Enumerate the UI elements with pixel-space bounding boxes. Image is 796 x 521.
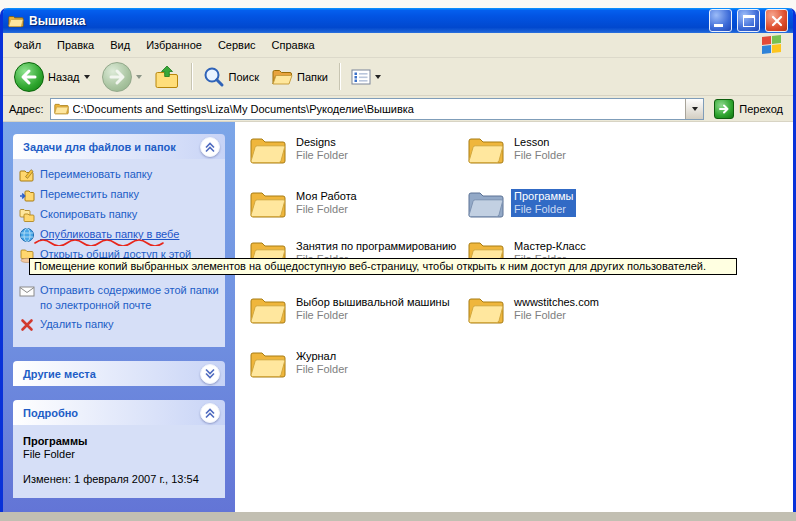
panel-file-folder-tasks: Задачи для файлов и папок Переименовать … <box>13 134 225 347</box>
back-button[interactable]: Назад <box>9 59 95 95</box>
menu-item-view[interactable]: Вид <box>102 36 138 54</box>
task-label: Скопировать папку <box>40 207 137 222</box>
file-name: wwwstitches.com <box>514 296 599 309</box>
task-label: Переместить папку <box>40 187 139 202</box>
file-name: Программы <box>514 190 573 203</box>
views-dropdown-icon <box>375 75 381 79</box>
up-folder-icon <box>154 65 180 89</box>
task-email-folder-contents[interactable]: Отправить содержимое этой папки по элект… <box>19 283 221 313</box>
collapse-chevron-icon[interactable] <box>200 403 220 423</box>
back-label: Назад <box>48 71 80 83</box>
other-places-header[interactable]: Другие места <box>13 361 225 386</box>
file-type: File Folder <box>514 203 573 216</box>
address-dropdown-button[interactable] <box>685 99 703 119</box>
address-path: C:\Documents and Settings\Liza\My Docume… <box>73 103 682 115</box>
task-move-folder[interactable]: Переместить папку <box>19 187 221 203</box>
task-label: Опубликовать папку в вебе <box>40 227 179 242</box>
file-item-wwwstitches[interactable]: wwwstitches.comFile Folder <box>467 294 681 325</box>
file-item-lesson[interactable]: LessonFile Folder <box>467 134 681 165</box>
window-title: Вышивка <box>29 14 704 28</box>
file-type: File Folder <box>296 363 348 376</box>
task-rename-folder[interactable]: Переименовать папку <box>19 167 221 183</box>
folder-icon <box>467 134 505 165</box>
folders-icon <box>271 68 293 86</box>
details-item-modified: Изменен: 1 февраля 2007 г., 13:54 <box>23 473 215 486</box>
task-pane-sidebar: Задачи для файлов и папок Переименовать … <box>3 122 235 512</box>
file-list-area[interactable]: DesignsFile Folder LessonFile Folder Моя… <box>235 122 793 512</box>
delete-icon <box>19 317 35 333</box>
task-copy-folder[interactable]: Скопировать папку <box>19 207 221 223</box>
expand-chevron-icon[interactable] <box>200 364 220 384</box>
details-item-name: Программы <box>23 435 215 448</box>
file-name: Lesson <box>514 136 566 149</box>
details-panel-body: Программы File Folder Изменен: 1 февраля… <box>13 425 225 498</box>
file-item-moya-rabota[interactable]: Моя РаботаFile Folder <box>249 188 463 219</box>
panel-details: Подробно Программы File Folder Изменен: … <box>13 400 225 498</box>
address-input[interactable]: C:\Documents and Settings\Liza\My Docume… <box>50 98 705 120</box>
go-label: Переход <box>739 103 783 115</box>
details-panel-title: Подробно <box>23 407 78 419</box>
address-folder-icon <box>54 102 69 115</box>
minimize-button[interactable] <box>709 9 732 32</box>
details-panel-header[interactable]: Подробно <box>13 400 225 425</box>
close-button[interactable] <box>765 9 788 32</box>
menu-item-edit[interactable]: Правка <box>49 36 102 54</box>
standard-buttons-toolbar: Назад Поиск <box>3 58 793 96</box>
menu-item-tools[interactable]: Сервис <box>210 36 264 54</box>
selected-folder-icon <box>467 188 505 219</box>
menu-item-file[interactable]: Файл <box>6 36 49 54</box>
go-button[interactable]: Переход <box>710 99 787 119</box>
other-places-title: Другие места <box>23 368 96 380</box>
collapse-chevron-icon[interactable] <box>200 137 220 157</box>
folders-label: Папки <box>297 71 328 83</box>
folder-icon <box>249 294 287 325</box>
file-type: File Folder <box>296 149 348 162</box>
file-item-zhurnal[interactable]: ЖурналFile Folder <box>249 348 463 379</box>
menu-bar: Файл Правка Вид Избранное Сервис Справка <box>3 33 793 58</box>
search-label: Поиск <box>229 71 259 83</box>
task-label: Переименовать папку <box>40 167 152 182</box>
explorer-window: Вышивка Файл Правка Вид Избранное Сервис… <box>0 8 796 512</box>
search-button[interactable]: Поиск <box>198 63 264 91</box>
file-name: Designs <box>296 136 348 149</box>
file-item-vybor-mashiny[interactable]: Выбор вышивальной машиныFile Folder <box>249 294 463 325</box>
details-item-type: File Folder <box>23 448 215 461</box>
views-button[interactable] <box>346 66 386 88</box>
menu-item-help[interactable]: Справка <box>264 36 323 54</box>
file-name: Занятия по программированию <box>296 240 456 253</box>
folder-icon <box>249 348 287 379</box>
maximize-button[interactable] <box>737 9 760 32</box>
back-dropdown-icon <box>84 75 90 79</box>
tasks-panel-header[interactable]: Задачи для файлов и папок <box>13 134 225 159</box>
forward-button[interactable] <box>97 59 147 95</box>
close-icon <box>769 13 785 29</box>
task-label: Отправить содержимое этой папки по элект… <box>40 283 221 313</box>
file-type: File Folder <box>514 309 599 322</box>
dropdown-caret-icon <box>692 107 698 111</box>
folders-button[interactable]: Папки <box>266 65 333 89</box>
windows-logo-icon <box>762 35 782 55</box>
file-item-programmy-selected[interactable]: ПрограммыFile Folder <box>467 188 681 219</box>
maximize-icon <box>743 15 755 27</box>
file-type: File Folder <box>296 203 357 216</box>
file-name: Мастер-Класс <box>514 240 586 253</box>
task-publish-folder-to-web[interactable]: Опубликовать папку в вебе <box>19 227 221 243</box>
forward-dropdown-icon <box>136 75 142 79</box>
views-icon <box>351 69 371 85</box>
address-label: Адрес: <box>9 103 44 115</box>
tasks-panel-body: Переименовать папку Переместить папку <box>13 159 225 347</box>
window-folder-icon[interactable] <box>8 14 24 28</box>
desktop-strip <box>0 512 796 521</box>
back-icon <box>14 62 44 92</box>
folder-icon <box>249 188 287 219</box>
file-type: File Folder <box>296 309 450 322</box>
file-item-designs[interactable]: DesignsFile Folder <box>249 134 463 165</box>
go-arrow-icon <box>714 99 734 119</box>
folder-icon <box>249 134 287 165</box>
address-bar: Адрес: C:\Documents and Settings\Liza\My… <box>3 96 793 122</box>
menu-item-favorites[interactable]: Избранное <box>138 36 210 54</box>
task-delete-folder[interactable]: Удалить папку <box>19 317 221 333</box>
email-icon <box>19 283 35 299</box>
up-button[interactable] <box>149 62 185 92</box>
file-name: Журнал <box>296 350 348 363</box>
